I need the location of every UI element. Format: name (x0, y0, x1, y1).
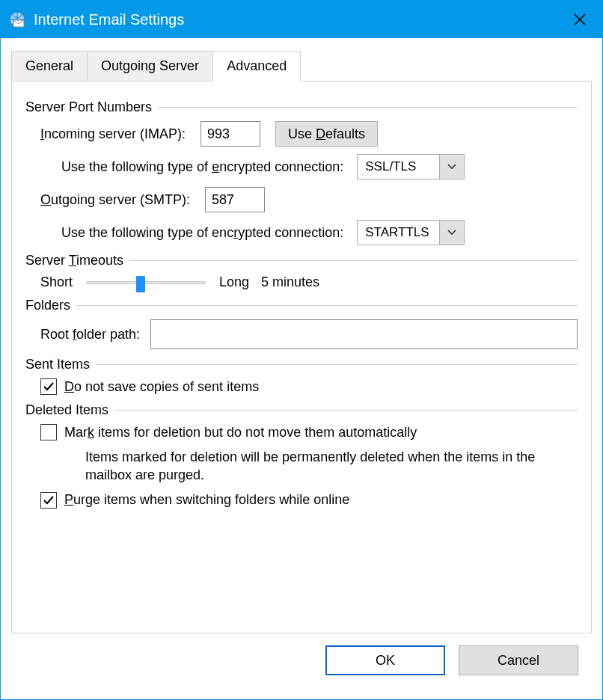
outgoing-encryption-select[interactable]: STARTTLS (357, 220, 465, 245)
incoming-label: Incoming server (IMAP): (40, 126, 186, 142)
row-mark-for-deletion: Mark items for deletion but do not move … (40, 424, 578, 440)
tab-advanced[interactable]: Advanced (212, 51, 301, 82)
dialog-window: Internet Email Settings General Outgoing… (0, 0, 603, 700)
group-label: Deleted Items (25, 402, 108, 418)
dialog-footer: OK Cancel (11, 633, 592, 689)
divider (114, 410, 578, 411)
outgoing-encryption-label: Use the following type of encrypted conn… (61, 225, 343, 241)
root-folder-label: Root folder path: (40, 327, 140, 343)
row-purge-items: Purge items when switching folders while… (40, 492, 578, 509)
timeout-long-label: Long (219, 274, 249, 290)
group-sent-items: Sent Items (25, 357, 578, 372)
use-defaults-button[interactable]: Use Defaults (275, 121, 378, 147)
timeout-slider[interactable] (86, 281, 206, 284)
group-label: Server Port Numbers (25, 99, 152, 115)
group-server-port-numbers: Server Port Numbers (25, 99, 578, 115)
close-icon (574, 13, 586, 25)
group-folders: Folders (25, 298, 578, 313)
divider (129, 260, 578, 261)
check-icon (43, 494, 55, 506)
purge-items-label: Purge items when switching folders while… (64, 492, 349, 508)
purge-items-checkbox[interactable] (40, 492, 57, 509)
mark-for-deletion-checkbox[interactable] (40, 424, 57, 440)
divider (96, 364, 578, 365)
timeout-short-label: Short (40, 274, 73, 290)
app-icon (8, 10, 26, 28)
mark-for-deletion-label: Mark items for deletion but do not move … (64, 425, 417, 440)
outgoing-encryption-value: STARTTLS (358, 221, 440, 245)
dialog-content: General Outgoing Server Advanced Server … (1, 38, 602, 699)
tabstrip: General Outgoing Server Advanced (11, 49, 592, 82)
incoming-encryption-select[interactable]: SSL/TLS (357, 154, 465, 179)
row-timeout-slider: Short Long 5 minutes (40, 274, 578, 290)
divider (158, 107, 578, 108)
row-incoming-port: Incoming server (IMAP): Use Defaults (40, 121, 578, 147)
incoming-port-input[interactable] (201, 121, 260, 147)
outgoing-port-input[interactable] (205, 187, 265, 212)
do-not-save-sent-checkbox[interactable] (40, 378, 57, 395)
titlebar: Internet Email Settings (1, 1, 602, 38)
row-incoming-encryption: Use the following type of encrypted conn… (61, 154, 578, 179)
cancel-button[interactable]: Cancel (459, 645, 578, 675)
chevron-down-icon (440, 221, 464, 245)
window-title: Internet Email Settings (34, 11, 557, 28)
slider-thumb[interactable] (136, 276, 145, 292)
chevron-down-icon (440, 155, 464, 179)
tabpanel-advanced: Server Port Numbers Incoming server (IMA… (11, 81, 592, 633)
row-do-not-save-sent: Do not save copies of sent items (40, 378, 578, 395)
group-label: Folders (25, 298, 70, 313)
group-deleted-items: Deleted Items (25, 402, 578, 418)
check-icon (43, 381, 55, 393)
ok-button[interactable]: OK (325, 645, 445, 675)
group-label: Sent Items (25, 357, 90, 372)
outgoing-label: Outgoing server (SMTP): (40, 192, 190, 208)
do-not-save-sent-label: Do not save copies of sent items (64, 379, 259, 395)
deletion-help-text: Items marked for deletion will be perman… (85, 448, 578, 485)
incoming-encryption-value: SSL/TLS (358, 155, 440, 179)
divider (76, 305, 578, 306)
row-outgoing-port: Outgoing server (SMTP): (40, 187, 578, 212)
root-folder-input[interactable] (150, 319, 578, 349)
row-root-folder: Root folder path: (40, 319, 578, 349)
tab-general[interactable]: General (11, 51, 88, 82)
group-server-timeouts: Server Timeouts (25, 253, 578, 268)
group-label: Server Timeouts (25, 253, 123, 268)
close-button[interactable] (557, 1, 602, 38)
timeout-value: 5 minutes (261, 274, 319, 290)
incoming-encryption-label: Use the following type of encrypted conn… (61, 159, 343, 175)
tab-outgoing-server[interactable]: Outgoing Server (87, 51, 213, 82)
row-outgoing-encryption: Use the following type of encrypted conn… (61, 220, 578, 245)
